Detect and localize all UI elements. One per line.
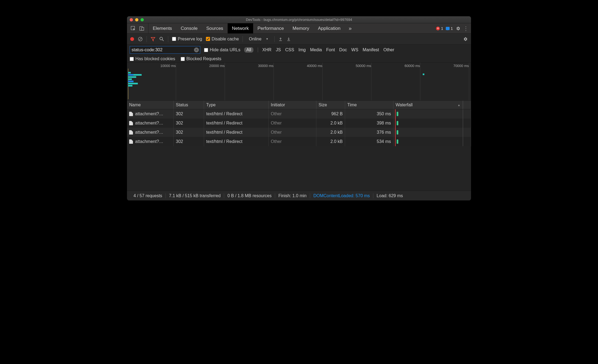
tab-console[interactable]: Console <box>176 23 202 33</box>
blocked-requests-label: Blocked Requests <box>186 56 221 61</box>
filter-type-doc[interactable]: Doc <box>339 47 347 52</box>
column-name[interactable]: Name <box>127 101 174 109</box>
filter-input-container: ✕ <box>130 46 200 54</box>
filter-type-xhr[interactable]: XHR <box>262 47 272 52</box>
column-type[interactable]: Type <box>204 101 269 109</box>
filter-type-css[interactable]: CSS <box>285 47 294 52</box>
clear-filter-icon[interactable]: ✕ <box>194 47 199 52</box>
tab-memory[interactable]: Memory <box>288 23 313 33</box>
filter-type-other[interactable]: Other <box>383 47 394 52</box>
column-time[interactable]: Time <box>345 101 393 109</box>
maximize-window-button[interactable] <box>141 18 144 21</box>
file-icon <box>129 130 133 135</box>
cell-status: 302 <box>174 119 204 128</box>
tab-elements[interactable]: Elements <box>148 23 176 33</box>
overview-tick: 50000 ms <box>356 64 371 68</box>
inspect-element-icon[interactable] <box>131 26 136 31</box>
network-settings-icon[interactable] <box>463 37 468 41</box>
download-har-icon[interactable] <box>287 37 291 41</box>
throttling-select[interactable]: Online ▼ <box>247 37 271 41</box>
cell-type: text/html / Redirect <box>204 128 269 137</box>
timeline-overview[interactable]: 10000 ms20000 ms30000 ms40000 ms50000 ms… <box>127 63 471 101</box>
message-count-badge[interactable]: 1 <box>446 26 453 31</box>
status-requests: 4 / 57 requests <box>130 193 166 198</box>
svg-line-6 <box>162 40 164 41</box>
minimize-window-button[interactable] <box>135 18 138 21</box>
column-scrollbar-spacer <box>463 101 471 109</box>
cell-name: attachment?… <box>127 109 174 119</box>
file-icon <box>129 121 133 125</box>
record-button[interactable] <box>130 37 134 41</box>
tab-application[interactable]: Application <box>314 23 345 33</box>
hide-data-urls-checkbox[interactable]: Hide data URLs <box>204 47 240 52</box>
search-icon[interactable] <box>159 37 164 41</box>
cell-waterfall <box>393 128 463 137</box>
column-initiator[interactable]: Initiator <box>269 101 316 109</box>
throttling-value: Online <box>249 37 261 41</box>
tab-network[interactable]: Network <box>228 23 253 33</box>
cell-time: 350 ms <box>345 109 393 119</box>
column-status[interactable]: Status <box>174 101 204 109</box>
window-controls <box>127 18 144 21</box>
filter-input[interactable] <box>132 47 200 52</box>
filter-type-img[interactable]: Img <box>298 47 306 52</box>
blocked-requests-checkbox[interactable]: Blocked Requests <box>181 56 221 61</box>
cell-waterfall <box>393 109 463 119</box>
preserve-log-checkbox[interactable]: Preserve log <box>172 37 202 41</box>
devtools-window: DevTools - bugs.chromium.org/p/chromium/… <box>127 16 471 200</box>
disable-cache-checkbox[interactable]: Disable cache <box>206 37 239 41</box>
filter-type-media[interactable]: Media <box>310 47 322 52</box>
svg-rect-8 <box>287 40 290 41</box>
network-toolbar: Preserve log Disable cache Online ▼ <box>127 34 471 44</box>
status-dom-content-loaded: DOMContentLoaded: 570 ms <box>310 193 373 198</box>
filter-icon[interactable] <box>151 37 155 41</box>
table-row[interactable]: attachment?…302text/html / RedirectOther… <box>127 128 471 137</box>
error-count-badge[interactable]: ✕ 1 <box>436 26 443 31</box>
main-tabstrip: ElementsConsoleSourcesNetworkPerformance… <box>127 23 471 34</box>
cell-waterfall <box>393 137 463 146</box>
cell-size: 962 B <box>316 109 345 119</box>
settings-icon[interactable] <box>456 26 460 31</box>
table-row[interactable]: attachment?…302text/html / RedirectOther… <box>127 137 471 146</box>
filter-type-manifest[interactable]: Manifest <box>363 47 379 52</box>
tab-sources[interactable]: Sources <box>202 23 227 33</box>
status-bar: 4 / 57 requests 7.1 kB / 515 kB transfer… <box>127 191 471 200</box>
svg-rect-7 <box>279 40 282 41</box>
filter-type-all[interactable]: All <box>244 47 253 53</box>
has-blocked-cookies-label: Has blocked cookies <box>135 56 175 61</box>
filter-type-font[interactable]: Font <box>326 47 335 52</box>
table-row[interactable]: attachment?…302text/html / RedirectOther… <box>127 109 471 119</box>
filter-type-ws[interactable]: WS <box>351 47 358 52</box>
titlebar: DevTools - bugs.chromium.org/p/chromium/… <box>127 16 471 23</box>
cell-status: 302 <box>174 137 204 146</box>
device-toolbar-icon[interactable] <box>139 26 144 31</box>
clear-icon[interactable] <box>138 37 143 41</box>
upload-har-icon[interactable] <box>278 37 283 41</box>
filter-type-js[interactable]: JS <box>276 47 281 52</box>
more-tabs-button[interactable]: » <box>345 23 355 33</box>
overview-tick: 70000 ms <box>453 64 469 68</box>
requests-table-header: Name Status Type Initiator Size Time Wat… <box>127 101 471 109</box>
status-load: Load: 629 ms <box>373 193 406 198</box>
cell-time: 534 ms <box>345 137 393 146</box>
message-icon <box>446 27 450 30</box>
overview-tick: 40000 ms <box>307 64 322 68</box>
svg-rect-2 <box>142 27 144 30</box>
table-row[interactable]: attachment?…302text/html / RedirectOther… <box>127 119 471 128</box>
tab-performance[interactable]: Performance <box>253 23 288 33</box>
overview-tick: 10000 ms <box>160 64 176 68</box>
cell-time: 376 ms <box>345 128 393 137</box>
cell-status: 302 <box>174 109 204 119</box>
status-resources: 0 B / 1.8 MB resources <box>224 193 275 198</box>
sort-ascending-icon: ▲ <box>457 103 460 107</box>
column-waterfall[interactable]: Waterfall ▲ <box>393 101 463 109</box>
overview-tick: 30000 ms <box>258 64 273 68</box>
more-options-icon[interactable]: ⋮ <box>463 25 468 32</box>
has-blocked-cookies-checkbox[interactable]: Has blocked cookies <box>130 56 175 61</box>
error-icon: ✕ <box>436 27 440 30</box>
close-window-button[interactable] <box>130 18 133 21</box>
filter-bar: ✕ Hide data URLs AllXHRJSCSSImgMediaFont… <box>127 44 471 63</box>
cell-size: 2.0 kB <box>316 137 345 146</box>
column-size[interactable]: Size <box>316 101 345 109</box>
message-count-value: 1 <box>451 26 453 31</box>
